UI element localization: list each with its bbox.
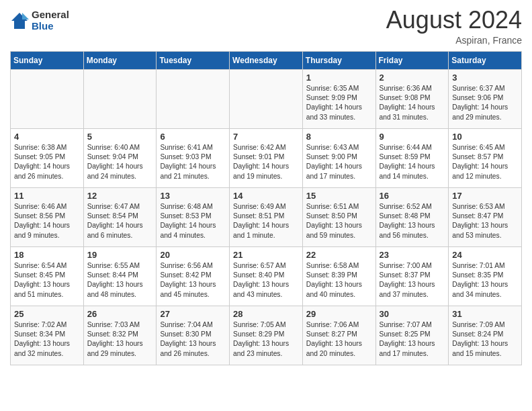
title-area: August 2024 Aspiran, France <box>386 7 522 46</box>
day-number: 5 <box>87 132 153 142</box>
day-info: Sunrise: 7:03 AM Sunset: 8:32 PM Dayligh… <box>87 320 153 359</box>
day-info: Sunrise: 6:58 AM Sunset: 8:39 PM Dayligh… <box>306 261 372 300</box>
day-info: Sunrise: 6:36 AM Sunset: 9:08 PM Dayligh… <box>380 84 445 123</box>
day-info: Sunrise: 6:55 AM Sunset: 8:44 PM Dayligh… <box>87 261 153 300</box>
calendar-day-cell: 19Sunrise: 6:55 AM Sunset: 8:44 PM Dayli… <box>83 246 157 306</box>
day-number: 26 <box>87 309 153 319</box>
svg-marker-0 <box>11 13 28 29</box>
calendar-day-cell <box>157 69 230 128</box>
calendar-day-cell: 29Sunrise: 7:06 AM Sunset: 8:27 PM Dayli… <box>302 306 375 365</box>
day-info: Sunrise: 6:52 AM Sunset: 8:48 PM Dayligh… <box>380 202 445 241</box>
day-info: Sunrise: 7:02 AM Sunset: 8:34 PM Dayligh… <box>14 320 80 359</box>
day-info: Sunrise: 6:51 AM Sunset: 8:50 PM Dayligh… <box>306 202 372 241</box>
day-info: Sunrise: 6:54 AM Sunset: 8:45 PM Dayligh… <box>14 261 80 300</box>
calendar-day-cell: 16Sunrise: 6:52 AM Sunset: 8:48 PM Dayli… <box>375 187 449 246</box>
day-info: Sunrise: 7:05 AM Sunset: 8:29 PM Dayligh… <box>233 320 299 359</box>
day-info: Sunrise: 6:37 AM Sunset: 9:06 PM Dayligh… <box>452 84 518 123</box>
day-number: 11 <box>14 191 80 201</box>
day-number: 28 <box>233 309 299 319</box>
calendar-day-cell: 15Sunrise: 6:51 AM Sunset: 8:50 PM Dayli… <box>302 187 375 246</box>
day-info: Sunrise: 6:42 AM Sunset: 9:01 PM Dayligh… <box>233 143 299 182</box>
day-of-week-header: Saturday <box>449 51 522 69</box>
svg-marker-1 <box>22 13 29 19</box>
day-number: 2 <box>380 73 445 83</box>
day-info: Sunrise: 6:45 AM Sunset: 8:57 PM Dayligh… <box>452 143 518 182</box>
logo-general-text: General <box>32 9 69 21</box>
calendar-week-row: 25Sunrise: 7:02 AM Sunset: 8:34 PM Dayli… <box>11 306 522 365</box>
day-number: 8 <box>306 132 372 142</box>
day-of-week-header: Monday <box>83 51 157 69</box>
day-number: 15 <box>306 191 372 201</box>
calendar-day-cell: 7Sunrise: 6:42 AM Sunset: 9:01 PM Daylig… <box>230 128 303 187</box>
day-number: 18 <box>14 250 80 260</box>
day-info: Sunrise: 6:40 AM Sunset: 9:04 PM Dayligh… <box>87 143 153 182</box>
header: General Blue August 2024 Aspiran, France <box>10 7 522 46</box>
day-number: 29 <box>306 309 372 319</box>
calendar-day-cell: 9Sunrise: 6:44 AM Sunset: 8:59 PM Daylig… <box>375 128 449 187</box>
day-info: Sunrise: 6:43 AM Sunset: 9:00 PM Dayligh… <box>306 143 372 182</box>
calendar-day-cell: 18Sunrise: 6:54 AM Sunset: 8:45 PM Dayli… <box>11 246 84 306</box>
day-number: 17 <box>452 191 518 201</box>
day-number: 23 <box>380 250 445 260</box>
calendar-day-cell: 27Sunrise: 7:04 AM Sunset: 8:30 PM Dayli… <box>157 306 230 365</box>
day-info: Sunrise: 6:53 AM Sunset: 8:47 PM Dayligh… <box>452 202 518 241</box>
day-number: 31 <box>452 309 518 319</box>
day-of-week-header: Friday <box>375 51 449 69</box>
logo-icon <box>10 11 29 30</box>
day-info: Sunrise: 7:04 AM Sunset: 8:30 PM Dayligh… <box>160 320 226 359</box>
calendar-day-cell: 10Sunrise: 6:45 AM Sunset: 8:57 PM Dayli… <box>449 128 522 187</box>
calendar-day-cell: 31Sunrise: 7:09 AM Sunset: 8:24 PM Dayli… <box>449 306 522 365</box>
location-subtitle: Aspiran, France <box>386 35 522 46</box>
calendar-week-row: 11Sunrise: 6:46 AM Sunset: 8:56 PM Dayli… <box>11 187 522 246</box>
day-number: 19 <box>87 250 153 260</box>
day-info: Sunrise: 6:38 AM Sunset: 9:05 PM Dayligh… <box>14 143 80 182</box>
day-number: 16 <box>380 191 445 201</box>
day-of-week-header: Thursday <box>302 51 375 69</box>
calendar-day-cell: 26Sunrise: 7:03 AM Sunset: 8:32 PM Dayli… <box>83 306 157 365</box>
day-number: 3 <box>452 73 518 83</box>
day-number: 24 <box>452 250 518 260</box>
calendar-day-cell <box>11 69 84 128</box>
day-number: 20 <box>160 250 226 260</box>
day-of-week-header: Wednesday <box>230 51 303 69</box>
calendar-week-row: 1Sunrise: 6:35 AM Sunset: 9:09 PM Daylig… <box>11 69 522 128</box>
calendar-day-cell: 8Sunrise: 6:43 AM Sunset: 9:00 PM Daylig… <box>302 128 375 187</box>
day-info: Sunrise: 6:44 AM Sunset: 8:59 PM Dayligh… <box>380 143 445 182</box>
month-year-title: August 2024 <box>386 7 522 34</box>
day-number: 1 <box>306 73 372 83</box>
day-info: Sunrise: 6:56 AM Sunset: 8:42 PM Dayligh… <box>160 261 226 300</box>
calendar-day-cell: 12Sunrise: 6:47 AM Sunset: 8:54 PM Dayli… <box>83 187 157 246</box>
day-number: 6 <box>160 132 226 142</box>
calendar-day-cell: 3Sunrise: 6:37 AM Sunset: 9:06 PM Daylig… <box>449 69 522 128</box>
day-number: 12 <box>87 191 153 201</box>
calendar-day-cell: 2Sunrise: 6:36 AM Sunset: 9:08 PM Daylig… <box>375 69 449 128</box>
day-info: Sunrise: 6:46 AM Sunset: 8:56 PM Dayligh… <box>14 202 80 241</box>
day-info: Sunrise: 6:35 AM Sunset: 9:09 PM Dayligh… <box>306 84 372 123</box>
day-info: Sunrise: 6:47 AM Sunset: 8:54 PM Dayligh… <box>87 202 153 241</box>
calendar-day-cell <box>230 69 303 128</box>
calendar-day-cell: 14Sunrise: 6:49 AM Sunset: 8:51 PM Dayli… <box>230 187 303 246</box>
day-number: 9 <box>380 132 445 142</box>
calendar-day-cell: 20Sunrise: 6:56 AM Sunset: 8:42 PM Dayli… <box>157 246 230 306</box>
day-of-week-header: Sunday <box>11 51 84 69</box>
calendar-day-cell: 22Sunrise: 6:58 AM Sunset: 8:39 PM Dayli… <box>302 246 375 306</box>
day-number: 4 <box>14 132 80 142</box>
day-info: Sunrise: 7:09 AM Sunset: 8:24 PM Dayligh… <box>452 320 518 359</box>
day-info: Sunrise: 6:49 AM Sunset: 8:51 PM Dayligh… <box>233 202 299 241</box>
day-info: Sunrise: 6:41 AM Sunset: 9:03 PM Dayligh… <box>160 143 226 182</box>
day-number: 10 <box>452 132 518 142</box>
day-number: 21 <box>233 250 299 260</box>
calendar-day-cell: 13Sunrise: 6:48 AM Sunset: 8:53 PM Dayli… <box>157 187 230 246</box>
calendar-day-cell: 1Sunrise: 6:35 AM Sunset: 9:09 PM Daylig… <box>302 69 375 128</box>
day-number: 27 <box>160 309 226 319</box>
calendar-day-cell: 6Sunrise: 6:41 AM Sunset: 9:03 PM Daylig… <box>157 128 230 187</box>
calendar-table: SundayMondayTuesdayWednesdayThursdayFrid… <box>10 51 522 365</box>
calendar-day-cell: 5Sunrise: 6:40 AM Sunset: 9:04 PM Daylig… <box>83 128 157 187</box>
day-number: 22 <box>306 250 372 260</box>
calendar-day-cell <box>83 69 157 128</box>
day-info: Sunrise: 7:00 AM Sunset: 8:37 PM Dayligh… <box>380 261 445 300</box>
calendar-week-row: 4Sunrise: 6:38 AM Sunset: 9:05 PM Daylig… <box>11 128 522 187</box>
calendar-header-row: SundayMondayTuesdayWednesdayThursdayFrid… <box>11 51 522 69</box>
calendar-day-cell: 17Sunrise: 6:53 AM Sunset: 8:47 PM Dayli… <box>449 187 522 246</box>
calendar-day-cell: 21Sunrise: 6:57 AM Sunset: 8:40 PM Dayli… <box>230 246 303 306</box>
